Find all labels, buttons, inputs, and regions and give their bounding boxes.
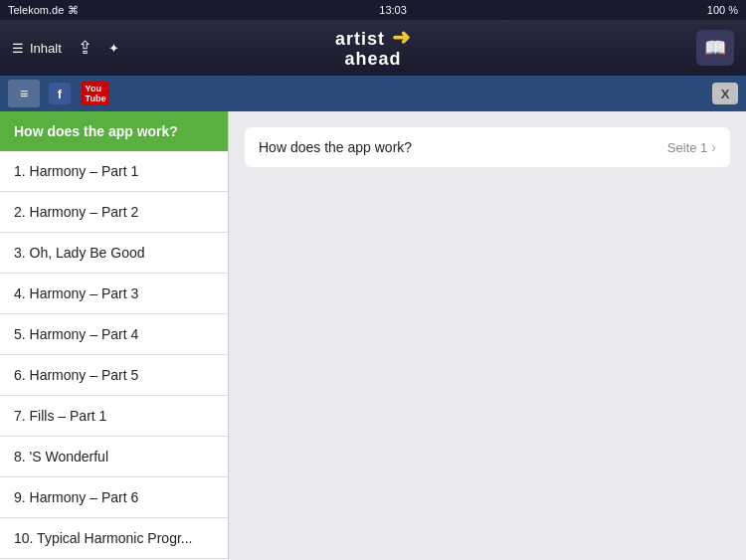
chevron-right-icon: ›: [711, 139, 716, 155]
tab-close-button[interactable]: X: [712, 83, 738, 104]
sidebar-item[interactable]: 6. Harmony – Part 5: [0, 355, 228, 396]
time-display: 13:03: [379, 4, 407, 16]
app-logo: artist ➜ ahead: [335, 26, 411, 70]
youtube-icon: YouTube: [82, 82, 110, 105]
sidebar-item[interactable]: 3. Oh, Lady Be Good: [0, 233, 228, 274]
tab-youtube[interactable]: YouTube: [80, 80, 111, 107]
book-button[interactable]: 📖: [696, 30, 734, 66]
battery-text: 100 %: [707, 4, 738, 16]
status-bar: Telekom.de ⌘ 13:03 100 %: [0, 0, 746, 20]
hamburger-icon: ☰: [12, 41, 24, 56]
menu-tab-icon: ≡: [20, 86, 28, 101]
sidebar-item[interactable]: 7. Fills – Part 1: [0, 396, 228, 437]
content-area: How does the app work? Seite 1 ›: [229, 111, 746, 560]
sidebar-item[interactable]: 5. Harmony – Part 4: [0, 314, 228, 355]
content-title: How does the app work?: [259, 139, 412, 155]
sidebar-item[interactable]: 4. Harmony – Part 3: [0, 274, 228, 314]
status-left: Telekom.de ⌘: [8, 4, 79, 17]
sidebar-header: How does the app work?: [0, 111, 228, 151]
sidebar-item[interactable]: 2. Harmony – Part 2: [0, 192, 228, 233]
menu-button[interactable]: ☰ Inhalt: [12, 41, 62, 56]
content-page: Seite 1 ›: [667, 139, 716, 155]
sidebar-item[interactable]: 10. Typical Harmonic Progr...: [0, 518, 228, 559]
toolbar: ☰ Inhalt ⇪ ✦ artist ➜ ahead 📖: [0, 20, 746, 76]
content-row[interactable]: How does the app work? Seite 1 ›: [245, 127, 730, 167]
main-area: How does the app work? 1. Harmony – Part…: [0, 111, 746, 560]
share-icon: ⇪: [78, 37, 93, 59]
logo-line2: ahead: [335, 50, 411, 70]
sidebar-item[interactable]: 8. 'S Wonderful: [0, 437, 228, 477]
share-button[interactable]: ⇪: [78, 37, 93, 59]
tab-facebook[interactable]: f: [44, 80, 76, 107]
wifi-icon: ⌘: [68, 4, 79, 17]
carrier-text: Telekom.de: [8, 4, 64, 16]
sidebar-item[interactable]: 1. Harmony – Part 1: [0, 151, 228, 192]
dropbox-button[interactable]: ✦: [108, 41, 119, 56]
page-label: Seite 1: [667, 140, 707, 155]
status-right: 100 %: [707, 4, 738, 16]
facebook-icon: f: [49, 83, 71, 104]
logo-line1: artist ➜: [335, 26, 411, 50]
sidebar: How does the app work? 1. Harmony – Part…: [0, 111, 229, 560]
dropbox-icon: ✦: [108, 41, 119, 56]
tab-bar: ≡ f YouTube X: [0, 76, 746, 111]
toolbar-left: ☰ Inhalt ⇪ ✦: [12, 37, 119, 59]
tab-menu[interactable]: ≡: [8, 80, 40, 107]
book-icon: 📖: [704, 37, 726, 59]
menu-label: Inhalt: [30, 41, 62, 56]
toolbar-right: 📖: [696, 30, 734, 66]
sidebar-item[interactable]: 9. Harmony – Part 6: [0, 477, 228, 518]
